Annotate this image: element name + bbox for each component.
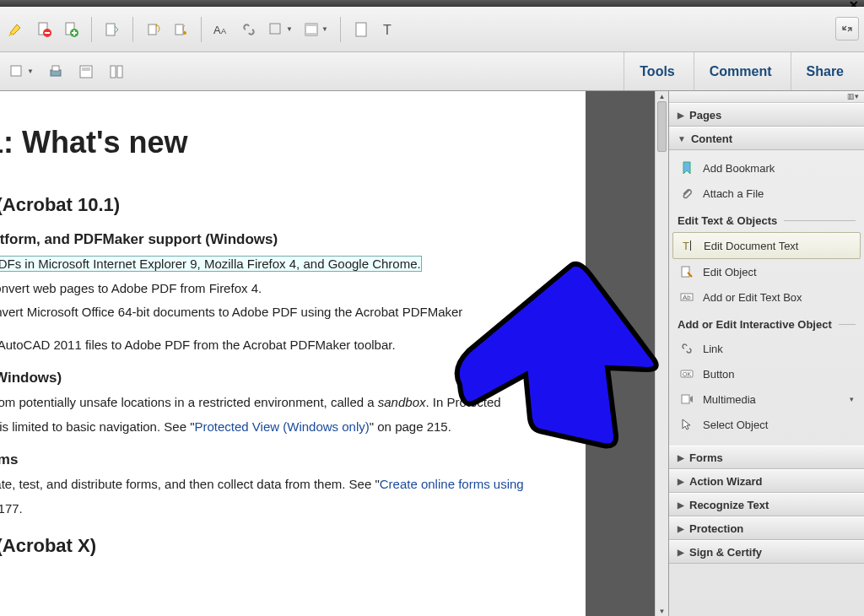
tab-share[interactable]: Share — [791, 52, 859, 90]
text-cursor-icon: T — [680, 238, 695, 253]
item-multimedia[interactable]: Multimedia ▾ — [672, 386, 861, 412]
panel-menu-icon[interactable]: ▥▾ — [847, 92, 859, 100]
tab-tools[interactable]: Tools — [624, 52, 689, 90]
svg-text:OK: OK — [683, 371, 691, 377]
vertical-scrollbar[interactable]: ▲ ▼ — [655, 91, 668, 616]
doc-link-create-forms[interactable]: Create online forms using — [380, 477, 524, 491]
tool-highlight-icon[interactable] — [5, 18, 29, 41]
chevron-down-icon: ▾ — [850, 395, 854, 403]
document-viewport: r 1: What's new ew (Acrobat 10.1) r, pla… — [0, 91, 668, 616]
tool-link-icon[interactable] — [237, 18, 261, 41]
toolbar-secondary: ▼ Tools Comment Share — [0, 52, 864, 91]
pane-content[interactable]: ▼Content — [669, 127, 864, 150]
panel-header-strip: ▥▾ — [669, 91, 864, 103]
pane-action-wizard[interactable]: ▶Action Wizard — [669, 469, 864, 493]
tool-rotate-cw-icon[interactable] — [142, 18, 165, 41]
tool-text-cursor-icon[interactable]: T — [376, 18, 400, 41]
subhead-edit-text-objects: Edit Text & Objects — [672, 206, 861, 232]
tool-pages-icon[interactable] — [105, 60, 128, 84]
chevron-right-icon: ▶ — [678, 524, 684, 533]
item-link[interactable]: Link — [672, 336, 861, 361]
tool-zoom-dropdown[interactable]: ▼ — [5, 60, 37, 84]
svg-rect-22 — [111, 66, 116, 78]
svg-rect-21 — [82, 68, 90, 71]
tool-save-icon[interactable] — [74, 60, 98, 84]
tool-extract-page-icon[interactable] — [59, 18, 83, 41]
svg-rect-2 — [45, 32, 50, 34]
document-page[interactable]: r 1: What's new ew (Acrobat 10.1) r, pla… — [0, 91, 586, 616]
tool-blank-page-icon[interactable] — [349, 18, 373, 41]
selected-text[interactable]: iew PDFs in Microsoft Internet Explorer … — [0, 256, 422, 272]
tab-comment[interactable]: Comment — [694, 52, 787, 90]
chevron-right-icon: ▶ — [678, 111, 684, 120]
tool-delete-page-icon[interactable] — [32, 18, 56, 41]
svg-rect-25 — [690, 240, 691, 251]
expand-toolbar-button[interactable] — [835, 17, 859, 41]
svg-rect-7 — [176, 24, 183, 35]
doc-heading-1: r 1: What's new — [0, 125, 586, 160]
edit-object-icon — [679, 264, 694, 279]
pane-forms[interactable]: ▶Forms — [669, 446, 864, 469]
tool-insert-page-icon[interactable] — [100, 18, 124, 41]
svg-text:A: A — [213, 24, 221, 36]
doc-heading-2a: ew (Acrobat 10.1) — [0, 194, 586, 216]
item-add-edit-textbox[interactable]: Ab Add or Edit Text Box — [672, 284, 861, 310]
doc-paragraph: iew PDFs in Microsoft Internet Explorer … — [0, 255, 586, 274]
doc-paragraph: o create, test, and distribute forms, an… — [0, 475, 586, 494]
svg-point-8 — [183, 31, 186, 35]
svg-rect-14 — [305, 33, 317, 35]
cursor-icon — [679, 417, 694, 432]
toolbar-primary: AA ▼ ▼ T — [0, 7, 864, 52]
svg-rect-26 — [682, 267, 689, 277]
chevron-right-icon: ▶ — [678, 477, 684, 486]
main-area: r 1: What's new ew (Acrobat 10.1) r, pla… — [0, 91, 864, 616]
svg-text:A: A — [221, 27, 226, 35]
svg-rect-15 — [356, 23, 366, 36]
item-attach-file[interactable]: Attach a File — [672, 181, 861, 206]
doc-link-protected-view[interactable]: Protected View (Windows only) — [194, 419, 369, 434]
doc-heading-2b: ew (Acrobat X) — [0, 535, 586, 557]
tool-rotate-ccw-icon[interactable] — [169, 18, 192, 41]
svg-rect-23 — [117, 66, 122, 78]
doc-paragraph: nvert AutoCAD 2011 files to Adobe PDF fr… — [0, 336, 586, 355]
doc-paragraph: on Convert web pages to Adobe PDF from F… — [0, 279, 586, 299]
paperclip-icon — [679, 186, 694, 201]
svg-text:T: T — [683, 240, 689, 252]
scroll-up-arrow[interactable]: ▲ — [656, 91, 668, 101]
item-select-object[interactable]: Select Object — [672, 412, 861, 437]
item-add-bookmark[interactable]: Add Bookmark — [672, 155, 861, 181]
svg-rect-5 — [106, 24, 115, 35]
textbox-icon: Ab — [679, 289, 694, 305]
chevron-right-icon: ▶ — [678, 453, 684, 462]
item-button[interactable]: OK Button — [672, 361, 861, 386]
svg-rect-11 — [270, 24, 280, 34]
item-edit-document-text[interactable]: T Edit Document Text — [672, 232, 861, 259]
pane-pages[interactable]: ▶Pages — [669, 103, 864, 127]
svg-rect-13 — [305, 24, 317, 26]
doc-heading-3a: r, platform, and PDFMaker support (Windo… — [0, 231, 586, 248]
svg-rect-6 — [148, 24, 156, 35]
tool-print-icon[interactable] — [44, 60, 68, 84]
multimedia-icon — [679, 392, 694, 407]
scroll-down-arrow[interactable]: ▼ — [656, 606, 668, 616]
doc-paragraph: rt Convert Microsoft Office 64-bit docum… — [0, 303, 586, 322]
link-icon — [679, 341, 694, 356]
chevron-right-icon: ▶ — [678, 500, 684, 510]
subhead-interactive-object: Add or Edit Interactive Object — [672, 310, 861, 336]
button-icon: OK — [679, 366, 694, 381]
chevron-right-icon: ▶ — [678, 548, 684, 557]
doc-heading-3b: ew (Windows) — [0, 370, 586, 386]
pane-recognize-text[interactable]: ▶Recognize Text — [669, 493, 864, 516]
chevron-down-icon: ▼ — [678, 134, 686, 143]
item-edit-object[interactable]: Edit Object — [672, 259, 861, 284]
pane-sign-certify[interactable]: ▶Sign & Certify — [669, 540, 864, 564]
tool-crop-dropdown[interactable]: ▼ — [264, 18, 296, 41]
tool-header-footer-dropdown[interactable]: ▼ — [300, 18, 332, 41]
bookmark-icon — [679, 160, 694, 176]
scroll-thumb[interactable] — [657, 101, 667, 152]
window-titlebar: ✕ — [0, 0, 864, 7]
tool-text-size-icon[interactable]: AA — [210, 18, 234, 41]
doc-heading-3c: e forms — [0, 451, 586, 468]
pane-protection[interactable]: ▶Protection — [669, 516, 864, 540]
svg-rect-31 — [682, 395, 689, 403]
